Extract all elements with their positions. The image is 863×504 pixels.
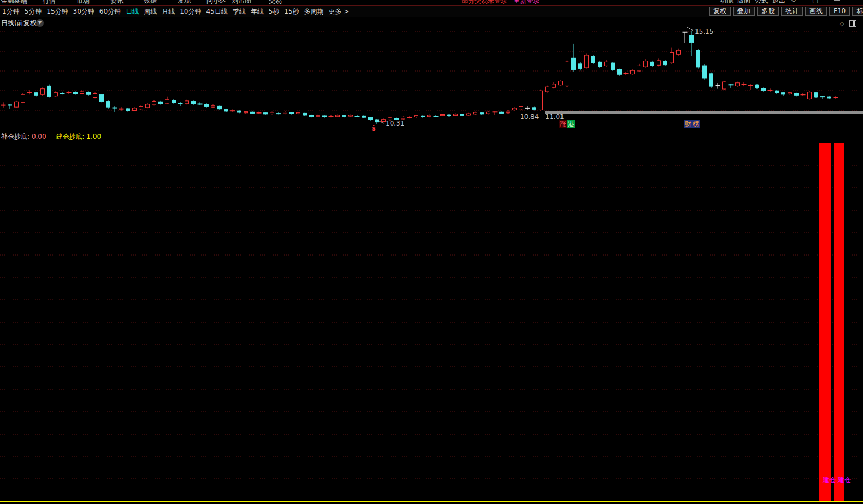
- period-15秒[interactable]: 15秒: [284, 7, 299, 16]
- badge-char: 涨: [559, 120, 567, 128]
- chart-title: 日线(前复权): [1, 19, 39, 28]
- toolbar-button-复权[interactable]: 复权: [709, 7, 731, 16]
- minimize-icon[interactable]: —: [834, 0, 840, 4]
- toolbar-button-画线[interactable]: 画线: [805, 7, 827, 16]
- menu-item-1[interactable]: 金融终端: [1, 0, 27, 5]
- period-季线[interactable]: 季线: [233, 7, 246, 16]
- relogin-link[interactable]: 重新登录: [513, 0, 540, 5]
- toolbar-right-buttons: 复权叠加多股统计画线F10标记+自: [707, 7, 863, 16]
- indicator2-label: 建仓抄底:: [56, 133, 84, 140]
- price-zone-bar: [545, 111, 863, 114]
- panel-icon[interactable]: ▢: [812, 0, 818, 4]
- period-list: 1分钟5分钟15分钟30分钟60分钟日线周线月线10分钟45日线季线年线5秒15…: [2, 7, 354, 16]
- signal-bar-2: [834, 143, 844, 501]
- toolbar-separator: [0, 17, 863, 17]
- toolbar-button-标记[interactable]: 标记: [852, 7, 863, 16]
- menu-item-2[interactable]: 行情: [43, 0, 56, 5]
- signal-label: 建仓 建仓: [823, 476, 851, 485]
- login-alert-text: 部分交易未登录: [462, 0, 507, 5]
- menu-right-item-4[interactable]: 退出: [772, 0, 785, 5]
- signal-bar-1: [819, 143, 831, 501]
- diamond-icon[interactable]: ◇: [840, 20, 844, 27]
- toolbar-button-F10[interactable]: F10: [829, 7, 850, 16]
- badge-char: 榜: [692, 120, 700, 128]
- period-周线[interactable]: 周线: [144, 7, 157, 16]
- menu-item-6[interactable]: 发现: [178, 0, 191, 5]
- chart-plot-area[interactable]: 15.1510.3110.84 - 11.01ŝ: [0, 0, 863, 504]
- period-toolbar: 1分钟5分钟15分钟30分钟60分钟日线周线月线10分钟45日线季线年线5秒15…: [0, 6, 863, 17]
- period-日线[interactable]: 日线: [126, 7, 139, 16]
- toolbar-button-统计[interactable]: 统计: [781, 7, 803, 16]
- chevron-down-icon[interactable]: ▼: [36, 19, 44, 27]
- svg-text:10.31: 10.31: [386, 120, 404, 127]
- indicator2-value: 1.00: [86, 133, 101, 140]
- main-grid-layer: [0, 32, 863, 110]
- badge-char: 财: [684, 120, 692, 128]
- period-5秒[interactable]: 5秒: [269, 7, 280, 16]
- period-1分钟[interactable]: 1分钟: [2, 7, 20, 16]
- menu-item-5[interactable]: 数据: [144, 0, 157, 5]
- indicator-grid-layer: [0, 165, 863, 479]
- toolbar-button-叠加[interactable]: 叠加: [733, 7, 755, 16]
- refresh-icon[interactable]: ↺: [791, 0, 796, 4]
- svg-text:10.84 - 11.01: 10.84 - 11.01: [520, 113, 564, 121]
- event-badge-2[interactable]: 财榜: [684, 120, 700, 128]
- menu-item-8[interactable]: 刘留图: [232, 0, 251, 5]
- period-30分钟[interactable]: 30分钟: [73, 7, 94, 16]
- period-月线[interactable]: 月线: [162, 7, 175, 16]
- chart-indicator-separator: [0, 131, 863, 131]
- svg-text:15.15: 15.15: [695, 28, 713, 35]
- period-10分钟[interactable]: 10分钟: [180, 7, 201, 16]
- signal-bar-layer: [819, 143, 844, 501]
- indicator-header-separator: [0, 141, 863, 141]
- indicator1-label: 补仓抄底:: [1, 133, 29, 140]
- menu-item-9[interactable]: 交易: [269, 0, 282, 5]
- indicator1-value: 0.00: [32, 133, 46, 140]
- menu-item-3[interactable]: 市场: [76, 0, 90, 5]
- indicator-header: 补仓抄底: 0.00 建仓抄底: 1.00: [1, 132, 101, 141]
- period-45日线[interactable]: 45日线: [206, 7, 227, 16]
- menubar: 金融终端行情市场资讯数据发现问小达刘留图交易部分交易未登录重新登录功能版面公式退…: [0, 0, 863, 5]
- menu-right-item-1[interactable]: 功能: [720, 0, 733, 5]
- menu-right-item-2[interactable]: 版面: [737, 0, 750, 5]
- period-more[interactable]: 更多 >: [329, 7, 350, 16]
- menu-item-4[interactable]: 资讯: [110, 0, 123, 5]
- period-60分钟[interactable]: 60分钟: [99, 7, 121, 16]
- period-15分钟[interactable]: 15分钟: [46, 7, 68, 16]
- layout-icon[interactable]: [849, 20, 856, 27]
- period-5分钟[interactable]: 5分钟: [25, 7, 42, 16]
- period-多周期[interactable]: 多周期: [304, 7, 324, 16]
- menu-right-item-3[interactable]: 公式: [755, 0, 768, 5]
- toolbar-button-多股[interactable]: 多股: [757, 7, 779, 16]
- menu-item-7[interactable]: 问小达: [206, 0, 226, 5]
- badge-char: 港: [567, 120, 575, 128]
- period-年线[interactable]: 年线: [251, 7, 264, 16]
- event-badge-1[interactable]: 涨港: [559, 120, 575, 128]
